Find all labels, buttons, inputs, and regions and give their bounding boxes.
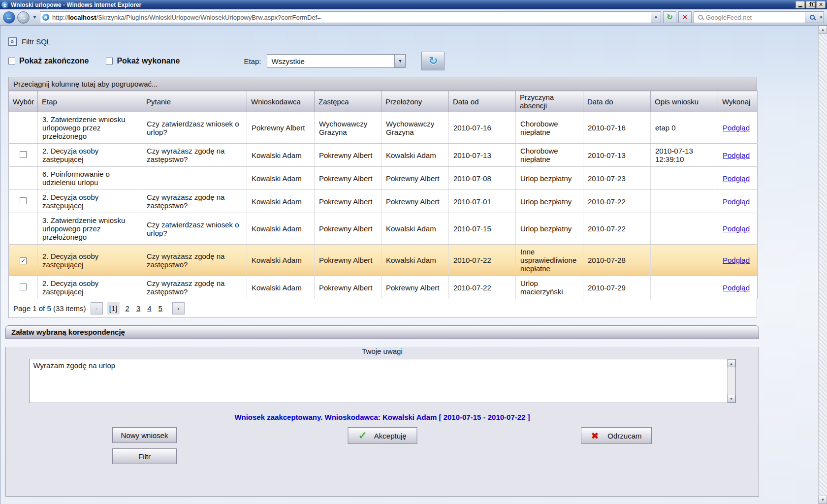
cell-przelozony: Pokrewny Albert: [382, 190, 449, 213]
column-header-10[interactable]: Wykonaj: [718, 91, 758, 112]
cell-zastepca: Pokrewny Albert: [315, 190, 382, 213]
refresh-button[interactable]: ↻: [663, 11, 676, 23]
podglad-link[interactable]: Podgląd: [723, 224, 750, 233]
accept-button[interactable]: ✓ Akceptuję: [348, 427, 417, 444]
cell-przyczyna: Urlop bezpłatny: [516, 190, 583, 213]
cell-opis: 2010-07-13 12:39:10: [651, 144, 718, 167]
forward-icon[interactable]: →: [17, 11, 30, 24]
filter-title: Filtr SQL: [22, 37, 51, 46]
column-header-6[interactable]: Data od: [449, 91, 516, 112]
cell-wykonaj: Podgląd: [718, 190, 758, 213]
row-checkbox[interactable]: ✓: [20, 257, 27, 264]
cell-pytanie: Czy zatwierdzasz wniosek o urlop?: [142, 112, 247, 144]
url-text: http://localhost/Skrzynka/PlugIns/Wniosk…: [52, 14, 651, 21]
row-checkbox[interactable]: [20, 151, 27, 158]
restore-button[interactable]: [806, 1, 815, 8]
column-header-5[interactable]: Przełożony: [382, 91, 449, 112]
window-title: Wnioski urlopowe - Windows Internet Expl…: [11, 1, 795, 8]
browser-toolbar: ← → ▼ e http://localhost/Skrzynka/PlugIn…: [0, 9, 827, 26]
scrollbar-track[interactable]: [819, 34, 827, 496]
search-input[interactable]: [706, 14, 805, 21]
column-header-3[interactable]: Wnioskodawca: [247, 91, 315, 112]
cell-data_od: 2010-07-22: [449, 276, 516, 299]
podglad-link[interactable]: Podgląd: [723, 124, 750, 132]
podglad-link[interactable]: Podgląd: [723, 174, 750, 183]
scrollbar-down-icon[interactable]: ▼: [819, 496, 827, 504]
refresh-icon: ↻: [667, 13, 673, 22]
column-header-2[interactable]: Pytanie: [142, 91, 247, 112]
cell-przelozony: Wychowawczy Grazyna: [382, 112, 449, 144]
reload-grid-button[interactable]: ↻: [421, 52, 445, 70]
cell-etap: 3. Zatwierdzenie wniosku urlopowego prze…: [38, 112, 142, 144]
search-icon: [698, 15, 703, 20]
page-link-2[interactable]: 2: [124, 304, 131, 313]
table-row: 2. Decyzja osoby zastępującejCzy wyrażas…: [9, 144, 758, 167]
column-header-1[interactable]: Etap: [38, 91, 142, 112]
cell-data_do: 2010-07-16: [583, 112, 651, 144]
cell-wnioskodawca: Kowalski Adam: [247, 213, 315, 245]
next-page-button[interactable]: ›: [172, 302, 185, 315]
new-request-button[interactable]: Nowy wniosek: [112, 427, 177, 443]
cell-wnioskodawca: Kowalski Adam: [247, 276, 315, 299]
cell-etap: 3. Zatwierdzenie wniosku urlopowego prze…: [38, 213, 142, 245]
column-header-8[interactable]: Data do: [583, 91, 651, 112]
column-header-0[interactable]: Wybór: [9, 91, 38, 112]
row-checkbox[interactable]: [20, 284, 27, 290]
filter-button[interactable]: Filtr: [112, 448, 177, 464]
collapse-filter-button[interactable]: «: [8, 37, 17, 46]
podglad-link[interactable]: Podgląd: [723, 284, 750, 292]
chevron-down-icon[interactable]: ▼: [394, 55, 405, 67]
cell-wykonaj: Podgląd: [718, 144, 758, 167]
cell-pytanie: Czy wyrażasz zgodę na zastępstwo?: [142, 190, 247, 213]
show-done-checkbox[interactable]: [106, 58, 113, 64]
scroll-up-icon[interactable]: ▲: [728, 359, 735, 367]
reject-button[interactable]: ✖ Odrzucam: [581, 427, 652, 444]
table-header-row: WybórEtapPytanieWnioskodawcaZastępcaPrze…: [9, 91, 758, 112]
comments-textarea[interactable]: Wyrażam zgodę na urlop ▲ ▼: [29, 359, 736, 403]
column-header-4[interactable]: Zastępca: [315, 91, 382, 112]
prev-page-button[interactable]: ‹: [91, 302, 103, 315]
cell-zastepca: Pokrewny Albert: [315, 167, 382, 190]
history-dropdown-icon[interactable]: ▼: [32, 15, 37, 20]
podglad-link[interactable]: Podgląd: [723, 197, 750, 206]
podglad-link[interactable]: Podgląd: [723, 151, 750, 159]
search-box[interactable]: ▼: [694, 11, 824, 23]
correspondence-panel: Załatw wybraną korespondencję Twoje uwag…: [5, 325, 759, 497]
row-select-cell: [9, 276, 38, 299]
close-button[interactable]: ✕: [816, 1, 826, 8]
cell-wnioskodawca: Kowalski Adam: [247, 144, 315, 167]
status-message: Wniosek zaakceptowany. Wnioskodawca: Kow…: [6, 413, 759, 421]
group-by-bar[interactable]: Przeciągnij kolumnę tutaj aby pogrupować…: [8, 77, 757, 91]
cell-wnioskodawca: Kowalski Adam: [247, 167, 315, 190]
column-header-9[interactable]: Opis wniosku: [651, 91, 718, 112]
comments-value: Wyrażam zgodę na urlop: [30, 359, 727, 403]
cell-data_do: 2010-07-29: [583, 276, 651, 299]
scroll-down-icon[interactable]: ▼: [728, 395, 735, 403]
minimize-button[interactable]: [795, 1, 805, 8]
page-scrollbar[interactable]: ▲ ▼: [818, 26, 827, 504]
textarea-scrollbar[interactable]: ▲ ▼: [727, 359, 735, 403]
podglad-link[interactable]: Podgląd: [723, 256, 750, 264]
scrollbar-up-icon[interactable]: ▲: [819, 26, 827, 34]
cell-etap: 2. Decyzja osoby zastępującej: [38, 245, 142, 276]
row-select-cell: [9, 213, 38, 245]
table-row: 2. Decyzja osoby zastępującejCzy wyrażas…: [9, 190, 758, 213]
pagination-bar: Page 1 of 5 (33 items) ‹ [1] 2345 ›: [8, 299, 757, 318]
show-finished-checkbox[interactable]: [8, 58, 15, 64]
page-link-5[interactable]: 5: [157, 304, 164, 313]
page-link-4[interactable]: 4: [146, 304, 153, 313]
address-bar[interactable]: e http://localhost/Skrzynka/PlugIns/Wnio…: [40, 11, 661, 23]
stop-button[interactable]: ✕: [678, 11, 692, 23]
address-dropdown-icon[interactable]: ▼: [651, 12, 661, 23]
etap-select[interactable]: Wszystkie ▼: [267, 54, 406, 68]
cell-pytanie: Czy wyrażasz zgodę na zastępstwo?: [142, 276, 247, 299]
title-bar: e Wnioski urlopowe - Windows Internet Ex…: [0, 0, 827, 9]
cell-opis: [651, 213, 718, 245]
search-go-button[interactable]: ▼: [805, 12, 824, 23]
row-checkbox[interactable]: [20, 197, 27, 204]
column-header-7[interactable]: Przyczyna absencji: [516, 91, 583, 112]
page-link-3[interactable]: 3: [135, 304, 142, 313]
back-icon[interactable]: ←: [3, 11, 15, 24]
cell-data_od: 2010-07-16: [449, 112, 516, 144]
cell-przyczyna: Urlop bezpłatny: [516, 213, 583, 245]
